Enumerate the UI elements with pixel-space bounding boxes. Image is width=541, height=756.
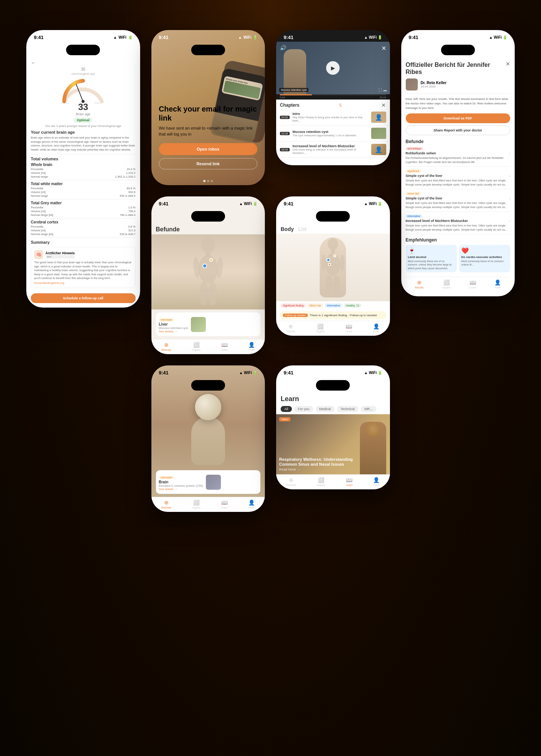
chapters-spacer — [276, 158, 390, 165]
body-figure — [320, 237, 346, 297]
tab-organs-7[interactable]: ⬜ Organs — [192, 499, 201, 509]
tab-befunde[interactable]: ⊕ Befunde — [162, 342, 171, 351]
svg-point-15 — [340, 255, 345, 271]
finding-item-2[interactable]: minor risk Simple cyst of the liver › Si… — [406, 192, 511, 212]
tab-profil[interactable]: 👤 Profil — [494, 279, 501, 289]
status-icons-1: ▲ WiFi 🔋 — [113, 35, 133, 39]
status-bar-2: 9:41 ▲WiFi🔋 — [151, 30, 265, 42]
tab-organs[interactable]: ⬜ Organs — [442, 279, 451, 289]
results-icon: ⊕ — [417, 279, 422, 285]
tab-befunde-8[interactable]: ⊕ Befunde — [286, 477, 296, 486]
liver-finding-card[interactable]: Informativ Liver Mucous retention cyst S… — [156, 312, 261, 336]
open-inbox-btn[interactable]: Open inbox — [159, 143, 258, 155]
svg-text:Higher: Higher — [94, 102, 101, 103]
befunde-header: Befunde — [151, 223, 265, 234]
filter-medical[interactable]: Medical — [316, 406, 335, 412]
arzt-hinweis-box: 🧠 Ärztlicher Hinweis arzt The good news … — [31, 247, 136, 288]
brain-finding-card[interactable]: Informativ Brain Elevated C-reactive pro… — [156, 470, 261, 494]
read-more-btn[interactable]: Read More → — [279, 468, 356, 471]
tab-learn-6[interactable]: 📖 Learn — [346, 323, 352, 333]
chevron-2: › — [509, 174, 510, 178]
chrono-age-label: 35 — [26, 67, 140, 71]
divider-1 — [31, 154, 136, 154]
chapter-item-1[interactable]: 00:00 Intro Hey Reto! Ready to bring you… — [276, 109, 390, 125]
emp-card-1: 🍷 Limit alcohol Most commonly these are … — [406, 245, 457, 272]
time-7: 9:41 — [159, 370, 169, 376]
svg-point-10 — [209, 282, 217, 306]
tab-learn-7[interactable]: 📖 Learn — [221, 499, 228, 509]
download-pdf-btn[interactable]: Download as PDF — [406, 113, 511, 123]
phone-learn: 9:41 ▲ WiFi 🔋 Learn All For you Medical … — [276, 365, 390, 489]
finding-item-1[interactable]: significant Simple cyst of the liver › S… — [406, 169, 511, 189]
filter-technical[interactable]: Technical — [337, 406, 359, 412]
chapters-close[interactable]: ✕ — [381, 103, 386, 108]
tab-profil-5[interactable]: 👤 Profil — [248, 342, 255, 351]
tab-results-6[interactable]: ⊕ Results — [287, 323, 295, 333]
magic-link-bg: Simple cyst of the liver Check your emai… — [151, 57, 265, 177]
optimal-badge: Optimal — [26, 118, 140, 123]
finding-item-3[interactable]: informative Increased level of Nüchtern … — [406, 214, 511, 234]
dynamic-island-2 — [191, 45, 225, 55]
video-controls: ⛶ ▬ — [379, 88, 387, 92]
volume-icon[interactable]: 🔊 — [280, 45, 286, 51]
arzt-icon: 🧠 — [34, 250, 43, 259]
follow-up-card: Follow-up needed There is 1 significant … — [280, 311, 386, 319]
body-tab[interactable]: Body — [281, 226, 294, 232]
tab-results[interactable]: ⊕ Results — [415, 279, 423, 289]
tab-learn-8[interactable]: 📖 Learn — [346, 477, 353, 486]
befunde-section: Befunde arzt-kritique Rohbefunde sehen ›… — [406, 139, 511, 234]
phone-body-list: 9:41 ▲ WiFi 🔋 Body List — [276, 196, 390, 336]
learn-icon: 📖 — [470, 279, 476, 285]
magic-link-text-area: Check your email for magic link We have … — [159, 104, 258, 169]
back-button-1[interactable]: ← — [26, 57, 140, 67]
video-player[interactable]: ▶ Mucous retention cyst ⛶ ▬ 🔊 ✕ — [276, 42, 390, 94]
list-tab[interactable]: List — [298, 226, 307, 232]
chapter-item-2[interactable]: 02:28 Mucous retention cyst The cyst mea… — [276, 125, 390, 142]
chapter-item-3[interactable]: 08:09 Increased level of Nüchtern Blutzu… — [276, 142, 390, 158]
brain-ar-view — [151, 392, 265, 467]
tab-befunde-7[interactable]: ⊕ Befunde — [162, 499, 171, 509]
body-shape — [191, 235, 225, 308]
rohbefunde-item[interactable]: arzt-kritique Rohbefunde sehen › Die Roh… — [406, 146, 511, 167]
tab-bar-7: ⊕ Befunde ⬜ Organs 📖 Learn 👤 Profil — [151, 497, 265, 512]
emp-icon-2: ❤️ — [461, 247, 508, 254]
chrono-sublabel: chronological age — [26, 72, 140, 75]
tab-learn-5[interactable]: 📖 Learn — [221, 342, 228, 351]
intro-text: Brain age refers to an estimate of how w… — [31, 136, 136, 152]
learn-title: Learn — [276, 392, 390, 404]
svg-line-0 — [76, 85, 83, 101]
tab-organs-6[interactable]: ⬜ Organs — [316, 323, 325, 333]
emp-grid: 🍷 Limit alcohol Most commonly these are … — [406, 245, 511, 272]
page-indicators — [151, 177, 265, 185]
see-details-btn[interactable]: See details → — [159, 330, 188, 333]
brain-thumb — [206, 475, 221, 490]
body-dot-other — [209, 258, 213, 262]
filter-for-you[interactable]: For you — [294, 406, 313, 412]
filter-mr[interactable]: MR... — [361, 406, 376, 412]
dynamic-island-6 — [316, 211, 350, 222]
tab-learn[interactable]: 📖 Learn — [469, 279, 476, 289]
cerebral-section: Cerebral cortex Percentile0.6 % Volume [… — [31, 220, 136, 236]
tab-bar-6: ⊕ Results ⬜ Organs 📖 Learn 👤 Profil — [276, 321, 390, 336]
report-close-btn[interactable]: ✕ — [506, 61, 510, 66]
tab-profil-6[interactable]: 👤 Profil — [373, 323, 379, 333]
external-link[interactable]: Gesamtblutergebnis.org — [34, 281, 132, 285]
summary-section-title: Summary — [31, 240, 136, 244]
share-report-btn[interactable]: Share Report with your doctor — [406, 125, 511, 135]
tab-profil-7[interactable]: 👤 Profil — [248, 499, 255, 509]
schedule-btn[interactable]: Schedule a follow-up call — [31, 293, 136, 303]
tab-organs-8[interactable]: ⬜ Organs — [317, 477, 325, 486]
body-fig-svg — [320, 237, 346, 297]
tab-organs-5[interactable]: ⬜ Organs — [192, 342, 201, 351]
svg-point-6 — [198, 255, 218, 284]
close-video-btn[interactable]: ✕ — [381, 45, 386, 52]
liver-thumb — [191, 317, 206, 332]
brain-see-details[interactable]: See details → — [159, 487, 203, 491]
resend-link-btn[interactable]: Resend link — [159, 158, 258, 169]
time-3: 9:41 — [284, 35, 293, 40]
dynamic-island-5 — [191, 211, 225, 222]
time-5: 9:41 — [159, 201, 169, 207]
tab-profil-8[interactable]: 👤 Profil — [373, 477, 379, 486]
play-button[interactable]: ▶ — [326, 61, 340, 75]
filter-all[interactable]: All — [281, 406, 292, 412]
